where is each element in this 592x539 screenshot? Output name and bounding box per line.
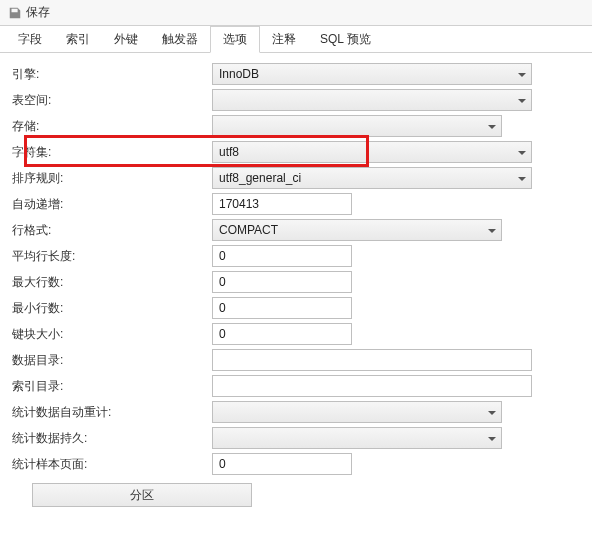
row-collation: 排序规则:utf8_general_ci: [12, 165, 580, 191]
control-cell-collation: utf8_general_ci: [212, 167, 532, 189]
control-cell-max_rows: 0: [212, 271, 532, 293]
select-stats_persist[interactable]: [212, 427, 502, 449]
control-cell-row_format: COMPACT: [212, 219, 532, 241]
row-index_dir: 索引目录:: [12, 373, 580, 399]
control-cell-tablespace: [212, 89, 532, 111]
control-cell-engine: InnoDB: [212, 63, 532, 85]
input-stats_sample[interactable]: 0: [212, 453, 352, 475]
label-avg_row_len: 平均行长度:: [12, 248, 212, 265]
select-storage[interactable]: [212, 115, 502, 137]
chevron-down-icon: [487, 121, 497, 131]
chevron-down-icon: [517, 147, 527, 157]
chevron-down-icon: [487, 407, 497, 417]
row-min_rows: 最小行数:0: [12, 295, 580, 321]
label-index_dir: 索引目录:: [12, 378, 212, 395]
tab-6[interactable]: SQL 预览: [308, 26, 383, 52]
label-max_rows: 最大行数:: [12, 274, 212, 291]
row-stats_sample: 统计样本页面:0: [12, 451, 580, 477]
tabs: 字段索引外键触发器选项注释SQL 预览: [0, 25, 592, 53]
row-tablespace: 表空间:: [12, 87, 580, 113]
control-cell-index_dir: [212, 375, 532, 397]
input-max_rows[interactable]: 0: [212, 271, 352, 293]
tab-0[interactable]: 字段: [6, 26, 54, 52]
tab-2[interactable]: 外键: [102, 26, 150, 52]
row-charset: 字符集:utf8: [12, 139, 580, 165]
tab-4[interactable]: 选项: [210, 26, 260, 53]
control-cell-key_block: 0: [212, 323, 532, 345]
input-autoinc[interactable]: 170413: [212, 193, 352, 215]
input-index_dir[interactable]: [212, 375, 532, 397]
label-data_dir: 数据目录:: [12, 352, 212, 369]
select-value-row_format: COMPACT: [219, 223, 278, 237]
label-charset: 字符集:: [12, 144, 212, 161]
control-cell-stats_persist: [212, 427, 532, 449]
select-row_format[interactable]: COMPACT: [212, 219, 502, 241]
control-cell-stats_auto: [212, 401, 532, 423]
label-stats_persist: 统计数据持久:: [12, 430, 212, 447]
row-autoinc: 自动递增:170413: [12, 191, 580, 217]
control-cell-stats_sample: 0: [212, 453, 532, 475]
chevron-down-icon: [487, 433, 497, 443]
label-stats_sample: 统计样本页面:: [12, 456, 212, 473]
control-cell-min_rows: 0: [212, 297, 532, 319]
row-engine: 引擎:InnoDB: [12, 61, 580, 87]
label-key_block: 键块大小:: [12, 326, 212, 343]
input-key_block[interactable]: 0: [212, 323, 352, 345]
label-tablespace: 表空间:: [12, 92, 212, 109]
tab-5[interactable]: 注释: [260, 26, 308, 52]
label-autoinc: 自动递增:: [12, 196, 212, 213]
row-avg_row_len: 平均行长度:0: [12, 243, 580, 269]
label-engine: 引擎:: [12, 66, 212, 83]
options-form: 引擎:InnoDB表空间:存储:字符集:utf8排序规则:utf8_genera…: [0, 53, 592, 521]
control-cell-charset: utf8: [212, 141, 532, 163]
select-value-charset: utf8: [219, 145, 239, 159]
input-avg_row_len[interactable]: 0: [212, 245, 352, 267]
control-cell-storage: [212, 115, 532, 137]
chevron-down-icon: [487, 225, 497, 235]
select-collation[interactable]: utf8_general_ci: [212, 167, 532, 189]
control-cell-autoinc: 170413: [212, 193, 532, 215]
row-stats_persist: 统计数据持久:: [12, 425, 580, 451]
input-min_rows[interactable]: 0: [212, 297, 352, 319]
toolbar: 保存: [0, 0, 592, 25]
chevron-down-icon: [517, 173, 527, 183]
select-stats_auto[interactable]: [212, 401, 502, 423]
select-engine[interactable]: InnoDB: [212, 63, 532, 85]
select-value-collation: utf8_general_ci: [219, 171, 301, 185]
row-storage: 存储:: [12, 113, 580, 139]
control-cell-data_dir: [212, 349, 532, 371]
label-storage: 存储:: [12, 118, 212, 135]
row-data_dir: 数据目录:: [12, 347, 580, 373]
select-tablespace[interactable]: [212, 89, 532, 111]
tab-3[interactable]: 触发器: [150, 26, 210, 52]
select-charset[interactable]: utf8: [212, 141, 532, 163]
partition-button[interactable]: 分区: [32, 483, 252, 507]
label-min_rows: 最小行数:: [12, 300, 212, 317]
tab-1[interactable]: 索引: [54, 26, 102, 52]
input-data_dir[interactable]: [212, 349, 532, 371]
label-row_format: 行格式:: [12, 222, 212, 239]
save-button-label[interactable]: 保存: [26, 4, 50, 21]
row-key_block: 键块大小:0: [12, 321, 580, 347]
row-stats_auto: 统计数据自动重计:: [12, 399, 580, 425]
control-cell-avg_row_len: 0: [212, 245, 532, 267]
row-max_rows: 最大行数:0: [12, 269, 580, 295]
save-icon[interactable]: [8, 6, 22, 20]
label-stats_auto: 统计数据自动重计:: [12, 404, 212, 421]
chevron-down-icon: [517, 69, 527, 79]
label-collation: 排序规则:: [12, 170, 212, 187]
select-value-engine: InnoDB: [219, 67, 259, 81]
row-row_format: 行格式:COMPACT: [12, 217, 580, 243]
chevron-down-icon: [517, 95, 527, 105]
